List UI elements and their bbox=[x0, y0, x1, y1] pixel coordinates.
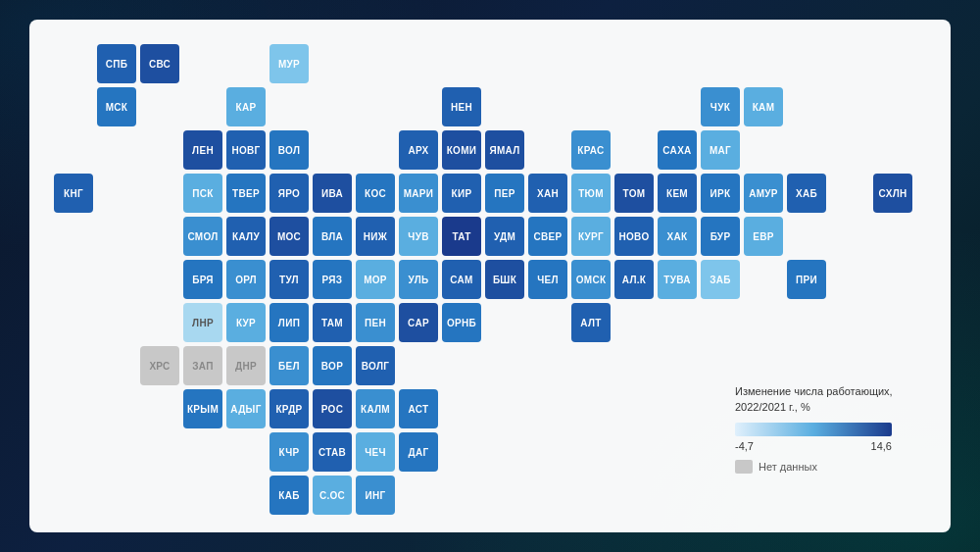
cell-len[interactable]: ЛЕН bbox=[183, 130, 222, 170]
cell-arh[interactable]: АРХ bbox=[399, 130, 438, 170]
cell-kem[interactable]: КЕМ bbox=[658, 174, 697, 213]
cell-pen[interactable]: ПЕН bbox=[356, 303, 395, 342]
cell-ul[interactable]: УЛЬ bbox=[399, 260, 438, 299]
legend-min: -4,7 bbox=[735, 440, 754, 452]
cell-irk[interactable]: ИРК bbox=[701, 174, 740, 213]
cell-mor[interactable]: МОР bbox=[356, 260, 395, 299]
cell-zap[interactable]: ЗАП bbox=[183, 346, 222, 385]
cell-kalm[interactable]: КАЛМ bbox=[356, 389, 395, 428]
cell-ros[interactable]: РОС bbox=[313, 389, 352, 428]
cell-tuva[interactable]: ТУВА bbox=[658, 260, 697, 299]
cell-tul[interactable]: ТУЛ bbox=[270, 260, 309, 299]
cell-chel[interactable]: ЧЕЛ bbox=[528, 260, 567, 299]
legend-max: 14,6 bbox=[871, 440, 892, 452]
cell-ast[interactable]: АСТ bbox=[399, 389, 438, 428]
cell-msk[interactable]: МСК bbox=[97, 87, 136, 126]
cell-adyg[interactable]: АДЫГ bbox=[226, 389, 266, 428]
cell-mur[interactable]: МУР bbox=[270, 44, 309, 83]
cell-tyum[interactable]: ТЮМ bbox=[571, 174, 611, 213]
legend-title: Изменение числа работающих, 2022/2021 г.… bbox=[735, 384, 931, 415]
cell-kar[interactable]: КАР bbox=[226, 87, 266, 126]
cell-bur[interactable]: БУР bbox=[701, 217, 740, 256]
legend-nodata-box bbox=[735, 460, 753, 474]
cell-sver[interactable]: СВЕР bbox=[528, 217, 567, 256]
legend-nodata-label: Нет данных bbox=[759, 461, 817, 473]
cell-ornb[interactable]: ОРНБ bbox=[442, 303, 481, 342]
cell-stav[interactable]: СТАВ bbox=[313, 432, 352, 472]
cell-tom[interactable]: ТОМ bbox=[614, 174, 654, 213]
cell-spb[interactable]: СПБ bbox=[97, 44, 136, 83]
cell-tat[interactable]: ТАТ bbox=[442, 217, 481, 256]
cell-per[interactable]: ПЕР bbox=[485, 174, 524, 213]
cell-sam[interactable]: САМ bbox=[442, 260, 481, 299]
cell-dnr[interactable]: ДНР bbox=[226, 346, 266, 385]
cell-vla[interactable]: ВЛА bbox=[313, 217, 352, 256]
cell-smol[interactable]: СМОЛ bbox=[183, 217, 222, 256]
legend-nodata: Нет данных bbox=[735, 460, 931, 474]
cell-omsk[interactable]: ОМСК bbox=[571, 260, 611, 299]
cell-iva[interactable]: ИВА bbox=[313, 174, 352, 213]
cell-kur[interactable]: КУР bbox=[226, 303, 266, 342]
legend: Изменение числа работающих, 2022/2021 г.… bbox=[735, 384, 931, 474]
cell-novo[interactable]: НОВО bbox=[614, 217, 654, 256]
cell-sar[interactable]: САР bbox=[399, 303, 438, 342]
cell-hrc[interactable]: ХРС bbox=[140, 346, 179, 385]
cell-chuk[interactable]: ЧУК bbox=[701, 87, 740, 126]
legend-labels: -4,7 14,6 bbox=[735, 440, 892, 452]
cell-hak[interactable]: ХАК bbox=[658, 217, 697, 256]
cell-tver[interactable]: ТВЕР bbox=[226, 174, 266, 213]
cell-komi[interactable]: КОМИ bbox=[442, 130, 481, 170]
cell-tam[interactable]: ТАМ bbox=[313, 303, 352, 342]
cell-zab[interactable]: ЗАБ bbox=[701, 260, 740, 299]
cell-kng[interactable]: КНГ bbox=[54, 174, 93, 213]
cell-han[interactable]: ХАН bbox=[528, 174, 567, 213]
cell-alk[interactable]: АЛ.К bbox=[614, 260, 654, 299]
cell-vor[interactable]: ВОР bbox=[313, 346, 352, 385]
cell-amur[interactable]: АМУР bbox=[744, 174, 783, 213]
cell-novg[interactable]: НОВГ bbox=[226, 130, 266, 170]
legend-bar bbox=[735, 423, 892, 436]
cell-dag[interactable]: ДАГ bbox=[399, 432, 438, 472]
cell-sos[interactable]: С.ОС bbox=[313, 476, 352, 515]
cell-brya[interactable]: БРЯ bbox=[183, 260, 222, 299]
cell-chech[interactable]: ЧЕЧ bbox=[356, 432, 395, 472]
cell-orl[interactable]: ОРЛ bbox=[226, 260, 266, 299]
map-container: СПБСВСМУРМСККАРНЕНЧУККАМЛЕННОВГВОЛАРХКОМ… bbox=[29, 20, 951, 532]
cell-psk[interactable]: ПСК bbox=[183, 174, 222, 213]
cell-mari[interactable]: МАРИ bbox=[399, 174, 438, 213]
cell-kchr[interactable]: КЧР bbox=[270, 432, 309, 472]
cell-krym[interactable]: КРЫМ bbox=[183, 389, 222, 428]
cell-nizh[interactable]: НИЖ bbox=[356, 217, 395, 256]
cell-yamal[interactable]: ЯМАЛ bbox=[485, 130, 524, 170]
cell-kalu[interactable]: КАЛУ bbox=[226, 217, 266, 256]
cell-kras[interactable]: КРАС bbox=[571, 130, 611, 170]
cell-udm[interactable]: УДМ bbox=[485, 217, 524, 256]
cell-nen[interactable]: НЕН bbox=[442, 87, 481, 126]
cell-saha[interactable]: САХА bbox=[658, 130, 697, 170]
cell-hab[interactable]: ХАБ bbox=[787, 174, 826, 213]
cell-alt[interactable]: АЛТ bbox=[571, 303, 611, 342]
cell-yaro[interactable]: ЯРО bbox=[270, 174, 309, 213]
cell-sahn[interactable]: СХЛН bbox=[873, 174, 912, 213]
cell-ing[interactable]: ИНГ bbox=[356, 476, 395, 515]
cell-chuv[interactable]: ЧУВ bbox=[399, 217, 438, 256]
cell-pri[interactable]: ПРИ bbox=[787, 260, 826, 299]
cell-kir[interactable]: КИР bbox=[442, 174, 481, 213]
cell-lnr[interactable]: ЛНР bbox=[183, 303, 222, 342]
cell-volg[interactable]: ВОЛГ bbox=[356, 346, 395, 385]
cell-kam[interactable]: КАМ bbox=[744, 87, 783, 126]
cell-mos[interactable]: МОС bbox=[270, 217, 309, 256]
cell-mag[interactable]: МАГ bbox=[701, 130, 740, 170]
cell-krdr[interactable]: КРДР bbox=[270, 389, 309, 428]
cell-kos[interactable]: КОС bbox=[356, 174, 395, 213]
cell-evr[interactable]: ЕВР bbox=[744, 217, 783, 256]
cell-lip[interactable]: ЛИП bbox=[270, 303, 309, 342]
cell-bshk[interactable]: БШК bbox=[485, 260, 524, 299]
cell-kurg[interactable]: КУРГ bbox=[571, 217, 611, 256]
cell-bel[interactable]: БЕЛ bbox=[270, 346, 309, 385]
cell-vol[interactable]: ВОЛ bbox=[270, 130, 309, 170]
cell-kab[interactable]: КАБ bbox=[270, 476, 309, 515]
cell-svc[interactable]: СВС bbox=[140, 44, 179, 83]
cell-ryaz[interactable]: РЯЗ bbox=[313, 260, 352, 299]
